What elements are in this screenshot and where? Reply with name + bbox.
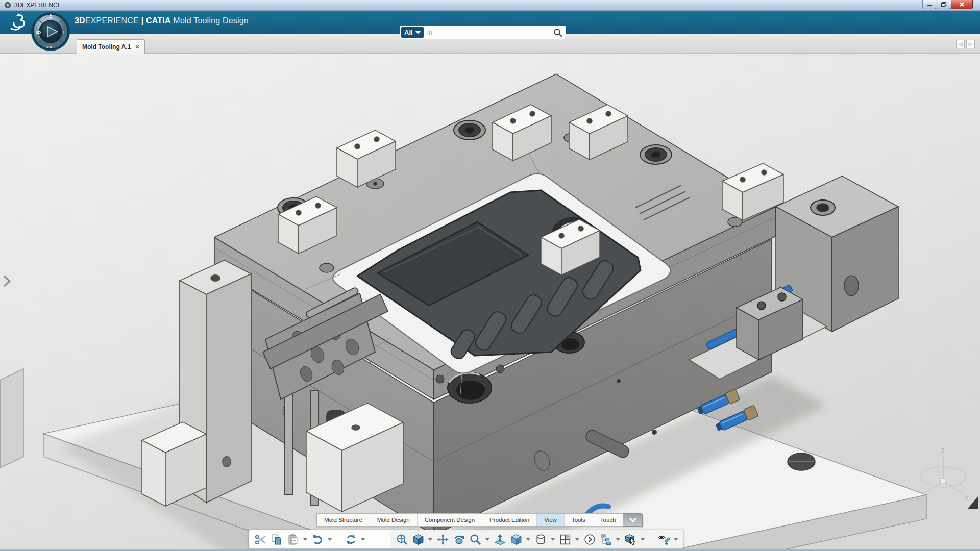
chevron-down-icon: [629, 517, 637, 522]
copy-button[interactable]: [270, 531, 284, 547]
fit-all-button[interactable]: [395, 531, 409, 547]
tree-button[interactable]: [599, 531, 613, 547]
look-at-dropdown-caret[interactable]: [641, 538, 645, 541]
split-view-icon: [559, 533, 572, 546]
fit-all-icon: [396, 533, 408, 546]
tab-mold-structure[interactable]: Mold Structure: [317, 514, 370, 526]
cut-button[interactable]: [253, 531, 267, 547]
paste-button[interactable]: [286, 531, 300, 547]
tab-touch[interactable]: Touch: [593, 514, 623, 526]
minimize-icon: [926, 2, 933, 7]
shading-button[interactable]: [509, 531, 523, 547]
window-title: 3DEXPERIENCE: [14, 2, 62, 9]
copy-icon: [271, 533, 283, 546]
normal-view-icon: [494, 533, 506, 546]
tab-close-icon[interactable]: ×: [135, 43, 139, 51]
visibility-icon: [657, 533, 670, 546]
pan-button[interactable]: [435, 531, 450, 547]
compass-3d-label[interactable]: 3D: [36, 30, 41, 35]
triad-z-label: Z: [941, 448, 944, 454]
brand-regular: EXPERIENCE: [85, 16, 139, 25]
search-input[interactable]: [425, 29, 552, 36]
view-dropdown-caret[interactable]: [428, 538, 432, 541]
toolbar-separator: [338, 533, 338, 546]
update-icon: [345, 533, 357, 546]
rotate-button[interactable]: [452, 531, 466, 547]
tab-component-design[interactable]: Component Design: [417, 514, 482, 526]
tree-dropdown-caret[interactable]: [616, 538, 620, 541]
shading-icon: [510, 533, 523, 546]
viewport-3d-scene[interactable]: Z X Y: [0, 54, 980, 551]
paste-dropdown-caret[interactable]: [303, 538, 307, 541]
look-at-button[interactable]: [623, 531, 638, 547]
tab-product-edition[interactable]: Product Edition: [482, 514, 536, 526]
visibility-button[interactable]: [656, 531, 671, 547]
visibility-dropdown-caret[interactable]: [674, 538, 678, 541]
chevron-down-icon: [415, 31, 421, 34]
look-at-icon: [624, 533, 637, 546]
more-tabs-button[interactable]: [623, 513, 643, 527]
more-commands-icon: [583, 533, 596, 546]
split-view-button[interactable]: [558, 531, 572, 547]
rotate-icon: [453, 533, 465, 546]
more-commands-button[interactable]: [582, 531, 597, 547]
iso-view-button[interactable]: [411, 531, 425, 547]
search-bar[interactable]: All: [400, 26, 566, 39]
paste-icon: [287, 533, 300, 546]
tab-view[interactable]: View: [536, 514, 564, 526]
maximize-button[interactable]: [937, 0, 950, 9]
brand-bold: 3D: [75, 16, 85, 25]
undo-icon: [311, 533, 324, 546]
close-button[interactable]: [951, 0, 973, 9]
document-tab-label: Mold Tooling A.1: [82, 43, 131, 51]
hide-show-button[interactable]: [533, 531, 548, 547]
maximize-icon: [941, 2, 947, 7]
window-titlebar[interactable]: 3DEXPERIENCE: [0, 0, 980, 11]
zoom-dropdown-caret[interactable]: [485, 538, 489, 541]
cut-icon: [254, 533, 267, 546]
split-view-dropdown-caret[interactable]: [575, 538, 579, 541]
update-button[interactable]: [344, 531, 358, 547]
pan-icon: [436, 533, 449, 546]
toolbar-separator: [651, 533, 651, 546]
triad-y-label: Y: [965, 496, 968, 502]
compass-right-glyph[interactable]: i: [63, 30, 64, 35]
compass-vr-label[interactable]: V.R: [46, 45, 52, 49]
app-title: 3DEXPERIENCE | CATIA Mold Tooling Design: [75, 16, 249, 26]
dassault-logo: [8, 12, 27, 32]
search-icon[interactable]: [552, 27, 564, 38]
close-icon: [959, 2, 965, 7]
app-name: Mold Tooling Design: [173, 16, 249, 25]
iso-view-icon: [412, 533, 425, 546]
minimize-button[interactable]: [922, 0, 936, 9]
zoom-button[interactable]: [468, 531, 482, 547]
bottom-toolbar: [249, 530, 683, 549]
hide-show-icon: [534, 533, 547, 546]
app-bold: CATIA: [146, 16, 171, 25]
action-bar: Mold Structure Mold Design Component Des…: [316, 513, 643, 527]
tab-prev-button[interactable]: ◁: [956, 40, 965, 48]
tab-tools[interactable]: Tools: [564, 514, 593, 526]
shading-dropdown-caret[interactable]: [526, 538, 530, 541]
hide-show-dropdown-caret[interactable]: [551, 538, 555, 541]
compass-widget[interactable]: 3D V.R i: [31, 12, 70, 52]
zoom-icon: [469, 533, 482, 546]
normal-view-button[interactable]: [493, 531, 507, 547]
tree-icon: [600, 533, 612, 546]
undo-button[interactable]: [310, 531, 325, 547]
search-scope-label: All: [404, 29, 413, 36]
undo-dropdown-caret[interactable]: [328, 538, 332, 541]
app-icon: [4, 2, 11, 9]
tab-mold-design[interactable]: Mold Design: [370, 514, 417, 526]
triad-x-label: X: [917, 496, 920, 502]
app-header: 3DEXPERIENCE | CATIA Mold Tooling Design…: [0, 11, 980, 34]
tab-next-button[interactable]: ▷: [966, 40, 975, 48]
update-dropdown-caret[interactable]: [361, 538, 365, 541]
document-tab-active[interactable]: Mold Tooling A.1 ×: [77, 39, 145, 54]
search-scope-dropdown[interactable]: All: [401, 27, 424, 38]
